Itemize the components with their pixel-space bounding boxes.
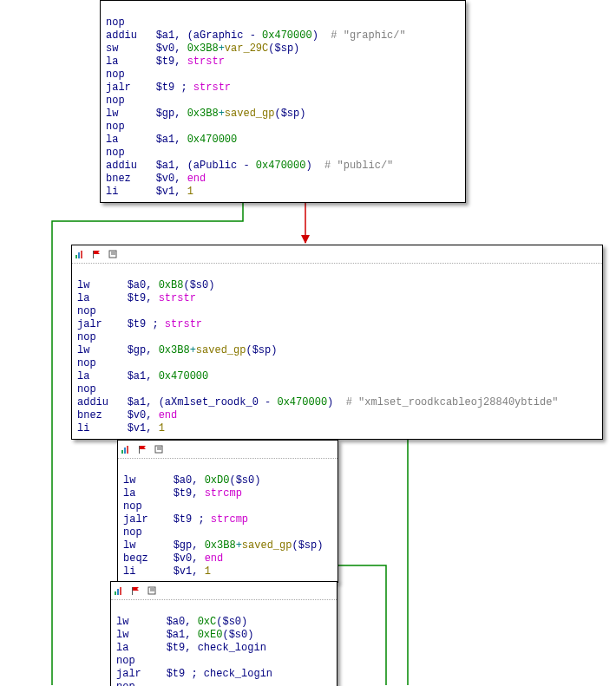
block-3-iconbar <box>111 582 337 600</box>
doc-icon[interactable] <box>108 250 119 258</box>
svg-rect-5 <box>81 251 82 258</box>
chart-icon[interactable] <box>115 586 125 595</box>
svg-rect-12 <box>127 446 128 454</box>
block-0: nop addiu $a1, (aGraphic - 0x470000) # "… <box>100 0 466 203</box>
block-2: lw $a0, 0xD0($s0) la $t9, strcmp nop jal… <box>117 440 338 583</box>
flag-icon[interactable] <box>138 445 148 454</box>
block-2-code[interactable]: lw $a0, 0xD0($s0) la $t9, strcmp nop jal… <box>118 459 337 582</box>
chart-icon[interactable] <box>75 250 86 258</box>
block-2-iconbar <box>118 441 337 459</box>
svg-rect-19 <box>120 587 121 595</box>
svg-rect-4 <box>78 252 80 258</box>
block-1-code[interactable]: lw $a0, 0xB8($s0) la $t9, strstr nop jal… <box>72 264 602 439</box>
block-0-code[interactable]: nop addiu $a1, (aGraphic - 0x470000) # "… <box>101 1 465 202</box>
svg-rect-20 <box>132 587 133 595</box>
flag-icon[interactable] <box>92 250 102 258</box>
block-1-iconbar <box>72 245 602 264</box>
svg-rect-11 <box>124 448 126 454</box>
svg-rect-17 <box>115 591 116 595</box>
svg-rect-6 <box>93 251 94 258</box>
svg-rect-3 <box>75 255 77 258</box>
svg-rect-13 <box>139 446 140 454</box>
svg-rect-18 <box>117 589 119 595</box>
chart-icon[interactable] <box>121 445 132 454</box>
block-1: lw $a0, 0xB8($s0) la $t9, strstr nop jal… <box>71 245 603 440</box>
doc-icon[interactable] <box>147 586 158 595</box>
flag-icon[interactable] <box>131 586 141 595</box>
block-3: lw $a0, 0xC($s0) lw $a1, 0xE0($s0) la $t… <box>110 581 337 686</box>
svg-rect-10 <box>121 450 123 454</box>
doc-icon[interactable] <box>154 445 165 454</box>
block-3-code[interactable]: lw $a0, 0xC($s0) lw $a1, 0xE0($s0) la $t… <box>111 600 337 686</box>
